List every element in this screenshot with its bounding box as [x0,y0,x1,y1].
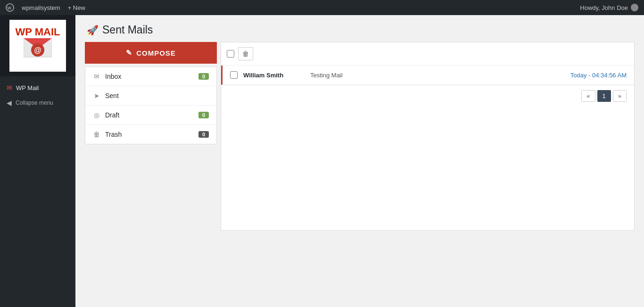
mail-item-0[interactable]: William Smith Testing Mail Today - 04:34… [221,66,634,85]
new-label: + New [68,4,85,11]
sidebar-nav: ✉ WP Mail ◀ Collapse menu [0,76,75,114]
compose-label: COMPOSE [136,49,176,57]
sent-label: Sent [105,92,119,100]
svg-text:@: @ [34,46,41,54]
delete-icon: 🗑 [242,50,249,58]
folder-item-inbox-left: ✉ Inbox [93,73,121,80]
main-content: 🚀 Sent Mails ✎ COMPOSE ✉ Inbox [75,15,644,307]
folder-item-inbox[interactable]: ✉ Inbox 0 [85,67,216,86]
mail-sender-0: William Smith [243,72,305,79]
sidebar: WP MAIL @ ✉ WP Mail [0,15,75,307]
site-name-item[interactable]: wpmailsystem [22,4,60,11]
page-title: 🚀 Sent Mails [87,24,153,36]
pagination: « 1 » [221,85,634,107]
user-avatar[interactable] [631,4,638,11]
mail-date-0: Today - 04:34:56 AM [570,72,627,79]
sidebar-item-wpmail[interactable]: ✉ WP Mail [0,80,75,95]
inbox-icon: ✉ [93,73,100,80]
select-all-checkbox[interactable] [227,50,234,58]
greeting-text: Howdy, John Doe [580,4,628,11]
current-page-button[interactable]: 1 [597,90,611,102]
folder-item-trash-left: 🗑 Trash [93,131,122,138]
new-item[interactable]: + New [68,4,85,11]
folder-item-sent[interactable]: ➤ Sent [85,86,216,106]
sidebar-collapse-label: Collapse menu [16,100,53,106]
collapse-icon: ◀ [7,99,12,107]
mail-items: William Smith Testing Mail Today - 04:34… [221,66,634,85]
mail-item-checkbox-0[interactable] [230,71,238,79]
mail-list-panel: 🗑 William Smith Testing Mail Today - 04:… [221,42,635,231]
page-header: 🚀 Sent Mails [75,15,644,42]
site-name: wpmailsystem [22,4,60,11]
sidebar-logo-area: WP MAIL @ [0,15,75,76]
mail-toolbar: 🗑 [221,42,634,66]
toolbar-delete-button[interactable]: 🗑 [238,47,253,60]
folder-item-trash[interactable]: 🗑 Trash 0 [85,125,216,144]
wp-logo-item[interactable]: W [6,3,14,12]
logo-inner: WP MAIL @ [16,27,60,65]
trash-badge: 0 [198,131,209,138]
wp-logo-icon: W [6,3,14,12]
folder-list: ✉ Inbox 0 ➤ Sent [85,66,217,144]
sidebar-wpmail-label: WP Mail [16,84,39,91]
inbox-badge: 0 [198,73,209,80]
folder-item-draft[interactable]: ◎ Draft 0 [85,106,216,125]
mail-subject-0: Testing Mail [310,72,565,79]
trash-icon: 🗑 [93,131,100,138]
folder-item-sent-left: ➤ Sent [93,92,119,100]
content-area: ✎ COMPOSE ✉ Inbox 0 ➤ [75,42,644,240]
draft-label: Draft [105,111,119,119]
page-title-icon: 🚀 [87,25,99,36]
next-page-button[interactable]: » [613,90,627,102]
admin-bar-right: Howdy, John Doe [580,4,638,11]
prev-page-button[interactable]: « [581,90,595,102]
sent-icon: ➤ [93,92,100,100]
main-layout: WP MAIL @ ✉ WP Mail [0,15,644,307]
page-title-text: Sent Mails [102,24,153,36]
draft-icon: ◎ [93,111,100,119]
compose-icon: ✎ [126,49,132,57]
compose-button[interactable]: ✎ COMPOSE [85,42,217,64]
logo-mail-icon: @ [16,38,60,65]
svg-text:W: W [8,6,12,10]
mail-sidebar: ✎ COMPOSE ✉ Inbox 0 ➤ [85,42,217,231]
draft-badge: 0 [198,112,209,118]
logo-box: WP MAIL @ [9,20,66,72]
trash-label: Trash [105,131,122,138]
mail-nav-icon: ✉ [7,84,12,91]
inbox-label: Inbox [105,73,121,80]
admin-bar: W wpmailsystem + New Howdy, John Doe [0,0,644,15]
logo-wp-text: WP MAIL [16,27,60,37]
folder-item-draft-left: ◎ Draft [93,111,119,119]
admin-bar-left: W wpmailsystem + New [6,3,85,12]
sidebar-item-collapse[interactable]: ◀ Collapse menu [0,95,75,110]
